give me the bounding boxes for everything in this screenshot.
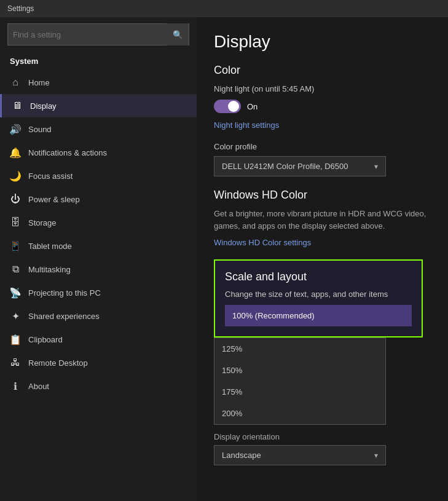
sidebar-item-clipboard[interactable]: 📋 Clipboard	[0, 328, 197, 351]
sidebar-item-label: Projecting to this PC	[28, 288, 101, 298]
sidebar-item-projecting[interactable]: 📡 Projecting to this PC	[0, 281, 197, 304]
orientation-label: Display orientation	[214, 432, 431, 441]
scale-dropdown-selected[interactable]: 100% (Recommended)	[225, 305, 412, 326]
color-section-title: Color	[214, 64, 431, 77]
toggle-knob	[228, 101, 239, 112]
search-input[interactable]	[8, 30, 167, 39]
notifications-icon: 🔔	[10, 147, 21, 158]
color-profile-dropdown[interactable]: DELL U2412M Color Profile, D6500 ▾	[214, 156, 386, 176]
tablet-icon: 📱	[10, 240, 21, 251]
sidebar-item-label: Power & sleep	[28, 195, 80, 204]
search-container: 🔍	[0, 17, 197, 52]
remote-icon: 🖧	[10, 357, 21, 368]
focus-icon: 🌙	[10, 170, 21, 181]
toggle-row: On	[214, 100, 431, 113]
scale-option-150[interactable]: 150%	[214, 360, 385, 381]
sidebar-item-about[interactable]: ℹ About	[0, 374, 197, 398]
sidebar-item-sound[interactable]: 🔊 Sound	[0, 117, 197, 141]
hd-color-settings-link[interactable]: Windows HD Color settings	[214, 238, 311, 247]
sidebar-item-label: Remote Desktop	[28, 358, 88, 368]
about-icon: ℹ	[10, 381, 21, 392]
search-icon-button[interactable]: 🔍	[167, 23, 189, 45]
sidebar-item-notifications[interactable]: 🔔 Notifications & actions	[0, 141, 197, 164]
toggle-on-label: On	[247, 102, 257, 111]
app-title: Settings	[7, 4, 34, 13]
sidebar-item-label: Home	[28, 78, 50, 87]
sidebar-item-focus[interactable]: 🌙 Focus assist	[0, 164, 197, 187]
sidebar-item-tablet[interactable]: 📱 Tablet mode	[0, 234, 197, 258]
sidebar-item-label: About	[28, 382, 49, 391]
sidebar-item-remote[interactable]: 🖧 Remote Desktop	[0, 351, 197, 374]
scale-desc: Change the size of text, apps, and other…	[225, 290, 412, 299]
sidebar-item-label: Tablet mode	[28, 242, 72, 251]
content-area: Display Color Night light (on until 5:45…	[197, 17, 448, 501]
sidebar-item-display[interactable]: 🖥 Display	[0, 94, 197, 117]
sidebar-item-label: Multitasking	[28, 265, 71, 274]
scale-dropdown-list: 125% 150% 175% 200%	[214, 337, 386, 425]
storage-icon: 🗄	[10, 217, 21, 228]
color-profile-value: DELL U2412M Color Profile, D6500	[222, 162, 348, 171]
scale-layout-box: Scale and layout Change the size of text…	[214, 259, 423, 337]
multitasking-icon: ⧉	[10, 264, 21, 275]
night-light-settings-link[interactable]: Night light settings	[214, 120, 279, 130]
color-profile-label: Color profile	[214, 142, 431, 151]
page-title: Display	[214, 32, 431, 52]
power-icon: ⏻	[10, 194, 21, 205]
sidebar-item-label: Storage	[28, 218, 57, 227]
hd-color-desc: Get a brighter, more vibrant picture in …	[214, 208, 431, 232]
sidebar-item-power[interactable]: ⏻ Power & sleep	[0, 187, 197, 211]
title-bar: Settings	[0, 0, 448, 17]
orientation-value: Landscape	[222, 451, 261, 460]
sidebar-item-home[interactable]: ⌂ Home	[0, 71, 197, 94]
home-icon: ⌂	[10, 77, 21, 88]
search-icon: 🔍	[173, 30, 183, 39]
shared-icon: ✦	[10, 310, 21, 322]
sidebar-item-label: Display	[30, 101, 57, 111]
sidebar-item-multitasking[interactable]: ⧉ Multitasking	[0, 258, 197, 281]
scale-option-125[interactable]: 125%	[214, 338, 385, 360]
sidebar-item-label: Clipboard	[28, 335, 63, 344]
sound-icon: 🔊	[10, 124, 21, 135]
search-box[interactable]: 🔍	[7, 23, 189, 45]
orientation-dropdown[interactable]: Landscape ▾	[214, 445, 386, 465]
orientation-arrow-icon: ▾	[374, 451, 378, 460]
dropdown-arrow-icon: ▾	[374, 162, 378, 171]
scale-option-200[interactable]: 200%	[214, 403, 385, 424]
clipboard-icon: 📋	[10, 334, 21, 345]
scale-option-175[interactable]: 175%	[214, 381, 385, 403]
night-light-toggle[interactable]	[214, 100, 241, 113]
sidebar-item-label: Notifications & actions	[28, 148, 107, 157]
sidebar-item-label: Shared experiences	[28, 312, 100, 321]
display-icon: 🖥	[12, 100, 23, 111]
projecting-icon: 📡	[10, 287, 21, 298]
sidebar: 🔍 System ⌂ Home 🖥 Display 🔊 Sound 🔔 Noti…	[0, 17, 197, 501]
sidebar-item-label: Sound	[28, 125, 52, 134]
sidebar-item-label: Focus assist	[28, 172, 73, 181]
system-label: System	[0, 52, 197, 71]
sidebar-item-storage[interactable]: 🗄 Storage	[0, 211, 197, 234]
hd-color-title: Windows HD Color	[214, 189, 431, 202]
sidebar-item-shared[interactable]: ✦ Shared experiences	[0, 304, 197, 328]
scale-title: Scale and layout	[225, 270, 412, 283]
night-light-label: Night light (on until 5:45 AM)	[214, 84, 431, 93]
